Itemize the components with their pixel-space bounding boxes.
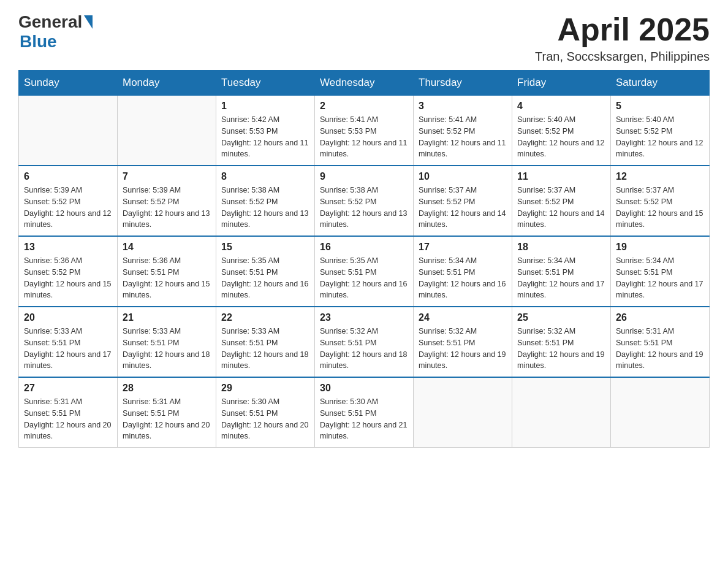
daylight-text: Daylight: 12 hours and 16 minutes.: [419, 280, 506, 300]
daylight-text: Daylight: 12 hours and 19 minutes.: [616, 350, 703, 370]
daylight-text: Daylight: 12 hours and 16 minutes.: [320, 280, 407, 300]
daylight-text: Daylight: 12 hours and 11 minutes.: [419, 139, 506, 159]
calendar-cell-w2-d6: 19Sunrise: 5:34 AMSunset: 5:51 PMDayligh…: [611, 236, 710, 307]
day-number: 28: [123, 383, 211, 394]
sunset-text: Sunset: 5:51 PM: [320, 409, 376, 418]
sunset-text: Sunset: 5:52 PM: [419, 197, 475, 206]
sunset-text: Sunset: 5:51 PM: [123, 339, 179, 347]
day-number: 6: [24, 171, 112, 182]
calendar-cell-w0-d6: 5Sunrise: 5:40 AMSunset: 5:52 PMDaylight…: [611, 96, 710, 166]
day-number: 29: [221, 383, 309, 394]
day-number: 8: [221, 171, 309, 182]
calendar-cell-w1-d4: 10Sunrise: 5:37 AMSunset: 5:52 PMDayligh…: [414, 166, 512, 236]
day-number: 13: [24, 242, 112, 253]
day-info: Sunrise: 5:37 AMSunset: 5:52 PMDaylight:…: [517, 185, 605, 231]
day-info: Sunrise: 5:31 AMSunset: 5:51 PMDaylight:…: [616, 326, 704, 372]
sunrise-text: Sunrise: 5:33 AM: [24, 327, 82, 335]
sunset-text: Sunset: 5:52 PM: [517, 197, 574, 206]
day-number: 17: [419, 242, 507, 253]
calendar-cell-w3-d3: 23Sunrise: 5:32 AMSunset: 5:51 PMDayligh…: [315, 307, 414, 377]
day-number: 7: [123, 171, 211, 182]
sunset-text: Sunset: 5:51 PM: [123, 268, 179, 277]
title-section: April 2025 Tran, Soccsksargen, Philippin…: [535, 12, 710, 64]
sunrise-text: Sunrise: 5:33 AM: [123, 327, 181, 335]
day-info: Sunrise: 5:35 AMSunset: 5:51 PMDaylight:…: [320, 255, 408, 301]
header-tuesday: Tuesday: [216, 71, 315, 96]
sunrise-text: Sunrise: 5:37 AM: [616, 186, 674, 194]
daylight-text: Daylight: 12 hours and 18 minutes.: [221, 350, 308, 370]
day-info: Sunrise: 5:35 AMSunset: 5:51 PMDaylight:…: [221, 255, 309, 301]
day-info: Sunrise: 5:32 AMSunset: 5:51 PMDaylight:…: [320, 326, 408, 372]
calendar-cell-w3-d5: 25Sunrise: 5:32 AMSunset: 5:51 PMDayligh…: [512, 307, 611, 377]
daylight-text: Daylight: 12 hours and 15 minutes.: [24, 280, 111, 300]
calendar-cell-w2-d1: 14Sunrise: 5:36 AMSunset: 5:51 PMDayligh…: [118, 236, 216, 307]
sunrise-text: Sunrise: 5:34 AM: [616, 256, 674, 265]
day-number: 23: [320, 312, 408, 323]
sunset-text: Sunset: 5:52 PM: [24, 197, 80, 206]
daylight-text: Daylight: 12 hours and 12 minutes.: [24, 209, 111, 229]
daylight-text: Daylight: 12 hours and 13 minutes.: [221, 209, 308, 229]
sunset-text: Sunset: 5:51 PM: [517, 268, 574, 277]
header-sunday: Sunday: [19, 71, 118, 96]
day-info: Sunrise: 5:34 AMSunset: 5:51 PMDaylight:…: [517, 255, 605, 301]
sunrise-text: Sunrise: 5:41 AM: [419, 115, 477, 124]
sunset-text: Sunset: 5:51 PM: [616, 339, 672, 347]
day-info: Sunrise: 5:34 AMSunset: 5:51 PMDaylight:…: [616, 255, 704, 301]
logo-blue-text: Blue: [20, 32, 57, 51]
sunrise-text: Sunrise: 5:36 AM: [24, 256, 82, 265]
sunrise-text: Sunrise: 5:31 AM: [24, 397, 82, 406]
daylight-text: Daylight: 12 hours and 12 minutes.: [517, 139, 604, 159]
calendar-week-1: 1Sunrise: 5:42 AMSunset: 5:53 PMDaylight…: [19, 96, 710, 166]
daylight-text: Daylight: 12 hours and 16 minutes.: [221, 280, 308, 300]
sunrise-text: Sunrise: 5:40 AM: [517, 115, 575, 124]
sunset-text: Sunset: 5:52 PM: [24, 268, 80, 277]
daylight-text: Daylight: 12 hours and 17 minutes.: [24, 350, 111, 370]
day-info: Sunrise: 5:32 AMSunset: 5:51 PMDaylight:…: [517, 326, 605, 372]
sunrise-text: Sunrise: 5:38 AM: [221, 186, 279, 194]
day-info: Sunrise: 5:38 AMSunset: 5:52 PMDaylight:…: [320, 185, 408, 231]
sunset-text: Sunset: 5:51 PM: [123, 409, 179, 418]
calendar-cell-w1-d2: 8Sunrise: 5:38 AMSunset: 5:52 PMDaylight…: [216, 166, 315, 236]
sunset-text: Sunset: 5:52 PM: [320, 197, 376, 206]
sunrise-text: Sunrise: 5:37 AM: [419, 186, 477, 194]
day-number: 19: [616, 242, 704, 253]
sunrise-text: Sunrise: 5:34 AM: [517, 256, 575, 265]
sunrise-text: Sunrise: 5:30 AM: [320, 397, 378, 406]
sunset-text: Sunset: 5:51 PM: [419, 339, 475, 347]
day-number: 10: [419, 171, 507, 182]
sunrise-text: Sunrise: 5:32 AM: [320, 327, 378, 335]
calendar-cell-w4-d3: 30Sunrise: 5:30 AMSunset: 5:51 PMDayligh…: [315, 377, 414, 448]
day-info: Sunrise: 5:37 AMSunset: 5:52 PMDaylight:…: [616, 185, 704, 231]
header-saturday: Saturday: [611, 71, 710, 96]
daylight-text: Daylight: 12 hours and 20 minutes.: [24, 421, 111, 441]
calendar-cell-w2-d3: 16Sunrise: 5:35 AMSunset: 5:51 PMDayligh…: [315, 236, 414, 307]
daylight-text: Daylight: 12 hours and 19 minutes.: [419, 350, 506, 370]
logo-general-text: General: [18, 12, 82, 32]
calendar-cell-w4-d5: [512, 377, 611, 448]
sunrise-text: Sunrise: 5:39 AM: [24, 186, 82, 194]
sunrise-text: Sunrise: 5:38 AM: [320, 186, 378, 194]
day-info: Sunrise: 5:37 AMSunset: 5:52 PMDaylight:…: [419, 185, 507, 231]
sunset-text: Sunset: 5:52 PM: [419, 127, 475, 136]
calendar-cell-w0-d1: [118, 96, 216, 166]
daylight-text: Daylight: 12 hours and 13 minutes.: [123, 209, 210, 229]
day-number: 2: [320, 101, 408, 112]
daylight-text: Daylight: 12 hours and 11 minutes.: [221, 139, 308, 159]
sunset-text: Sunset: 5:52 PM: [221, 197, 278, 206]
day-info: Sunrise: 5:32 AMSunset: 5:51 PMDaylight:…: [419, 326, 507, 372]
calendar-cell-w3-d6: 26Sunrise: 5:31 AMSunset: 5:51 PMDayligh…: [611, 307, 710, 377]
day-number: 30: [320, 383, 408, 394]
daylight-text: Daylight: 12 hours and 21 minutes.: [320, 421, 407, 441]
day-number: 12: [616, 171, 704, 182]
day-info: Sunrise: 5:38 AMSunset: 5:52 PMDaylight:…: [221, 185, 309, 231]
day-info: Sunrise: 5:30 AMSunset: 5:51 PMDaylight:…: [221, 396, 309, 442]
sunrise-text: Sunrise: 5:40 AM: [616, 115, 674, 124]
day-number: 21: [123, 312, 211, 323]
sunrise-text: Sunrise: 5:31 AM: [123, 397, 181, 406]
sunset-text: Sunset: 5:51 PM: [221, 409, 278, 418]
sunrise-text: Sunrise: 5:32 AM: [517, 327, 575, 335]
sunrise-text: Sunrise: 5:37 AM: [517, 186, 575, 194]
day-info: Sunrise: 5:33 AMSunset: 5:51 PMDaylight:…: [123, 326, 211, 372]
calendar-week-2: 6Sunrise: 5:39 AMSunset: 5:52 PMDaylight…: [19, 166, 710, 236]
day-info: Sunrise: 5:31 AMSunset: 5:51 PMDaylight:…: [123, 396, 211, 442]
